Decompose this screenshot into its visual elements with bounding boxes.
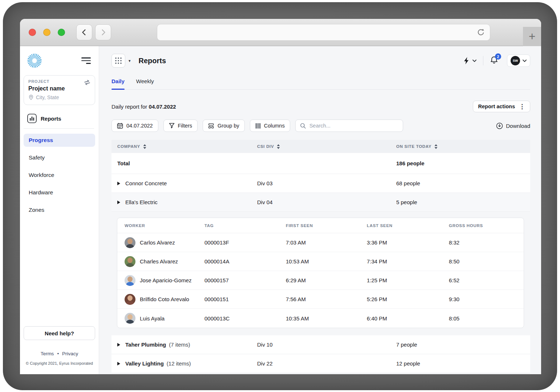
app-switcher-button[interactable]: [111, 54, 125, 68]
last-seen: 5:26 PM: [367, 296, 449, 302]
project-selector-card[interactable]: PROJECT Project name City, State: [24, 75, 95, 105]
notification-badge: 2: [495, 53, 501, 60]
columns-icon: [255, 123, 261, 129]
gross-hours: 8:32: [449, 239, 516, 246]
column-header-company[interactable]: COMPANY: [111, 144, 257, 149]
notifications-button[interactable]: 2: [490, 56, 498, 66]
table-row[interactable]: Connor Concrete Div 03 68 people: [111, 174, 530, 193]
expand-caret-icon[interactable]: [117, 362, 120, 365]
column-header-on-site-today[interactable]: ON SITE TODAY: [396, 144, 530, 149]
expand-caret-icon[interactable]: [117, 182, 120, 185]
csi-div: Div 22: [257, 360, 396, 367]
worker-name: Luis Ayala: [140, 315, 165, 322]
report-tabs: Daily Weekly: [111, 78, 530, 90]
terms-link[interactable]: Terms: [41, 351, 54, 356]
address-bar[interactable]: [157, 24, 490, 41]
chevron-right-icon: [99, 28, 107, 36]
worker-sub-table: WORKER TAG FIRST SEEN LAST SEEN GROSS HO…: [117, 218, 524, 328]
switch-project-icon[interactable]: [83, 79, 91, 87]
worker-row[interactable]: Charles Alvarez 0000014A 10:53 AM 7:34 P…: [117, 252, 524, 271]
new-tab-button[interactable]: +: [523, 27, 541, 46]
browser-window: + PROJECT: [20, 19, 541, 374]
sort-icon: [277, 144, 280, 149]
on-site-count: 12 people: [396, 360, 530, 367]
on-site-count: 5 people: [396, 199, 530, 205]
worker-row[interactable]: Carlos Alvarez 0000013F 7:03 AM 3:36 PM …: [117, 233, 524, 252]
report-actions-label: Report actions: [478, 104, 515, 109]
avatar: SW: [511, 56, 520, 65]
download-label: Download: [506, 123, 530, 129]
company-name: Ella's Electric: [125, 199, 158, 205]
company-name: Taher Plumbing: [125, 342, 166, 348]
expand-caret-icon[interactable]: [117, 201, 120, 204]
copyright-text: © Copyright 2021, Eyrus Incorporated: [24, 361, 95, 365]
project-label: PROJECT: [28, 79, 90, 84]
maximize-window-button[interactable]: [58, 29, 65, 36]
minimize-window-button[interactable]: [43, 29, 50, 36]
group-by-button[interactable]: Group by: [203, 120, 245, 132]
sidebar-section-title: Reports: [41, 116, 61, 122]
divider: [483, 56, 483, 65]
column-header-csi-div[interactable]: CSI DIV: [257, 144, 396, 149]
filters-button[interactable]: Filters: [163, 120, 198, 132]
worker-tag: 0000013F: [204, 239, 286, 246]
first-seen: 10:35 AM: [286, 315, 367, 322]
worker-row[interactable]: Luis Ayala 0000013C 10:35 AM 6:40 PM 8:0…: [117, 309, 524, 328]
csi-div: Div 03: [257, 180, 396, 186]
download-icon: [496, 122, 503, 129]
table-row-total: Total 186 people: [111, 153, 530, 174]
table-header: COMPANY CSI DIV ON SITE TODAY: [111, 140, 530, 153]
chevron-left-icon: [80, 28, 88, 36]
sidebar-item-progress[interactable]: Progress: [24, 134, 95, 147]
bullet-separator: •: [57, 351, 59, 356]
csi-div: Div 04: [257, 199, 396, 205]
privacy-link[interactable]: Privacy: [62, 351, 78, 356]
refresh-button[interactable]: [475, 27, 486, 38]
collapse-menu-icon[interactable]: [81, 57, 91, 64]
first-seen: 10:53 AM: [286, 258, 367, 264]
company-name: Connor Concrete: [125, 180, 167, 186]
sidebar-item-label: Safety: [29, 154, 45, 161]
sidebar-item-zones[interactable]: Zones: [24, 203, 95, 217]
worker-avatar: [125, 313, 135, 324]
expand-caret-icon[interactable]: [117, 343, 120, 347]
caret-down-icon[interactable]: ▾: [129, 58, 131, 63]
download-button[interactable]: Download: [496, 122, 530, 129]
browser-forward-button[interactable]: [95, 24, 111, 40]
first-seen: 7:56 AM: [286, 296, 367, 302]
date-picker-button[interactable]: 04.07.2022: [111, 120, 158, 132]
filters-label: Filters: [178, 123, 192, 129]
company-name: Valley Lighting: [125, 360, 164, 367]
tab-daily[interactable]: Daily: [111, 78, 125, 89]
sidebar-item-hardware[interactable]: Hardware: [24, 186, 95, 199]
url-input[interactable]: [163, 24, 475, 40]
sidebar-item-safety[interactable]: Safety: [24, 151, 95, 164]
table-row-expanded[interactable]: Ella's Electric Div 04 5 people: [111, 193, 530, 212]
table-row[interactable]: Taher Plumbing (7 items) Div 10 7 people: [111, 335, 530, 354]
project-name: Project name: [28, 85, 90, 92]
sidebar-nav: Progress Safety Workforce Hardware Zones: [20, 129, 99, 221]
sidebar-item-label: Zones: [29, 207, 44, 213]
chevron-down-icon: [523, 60, 527, 62]
column-header-gross-hours: GROSS HOURS: [449, 223, 516, 228]
quick-actions-button[interactable]: [463, 57, 476, 65]
plus-icon: +: [529, 30, 536, 43]
columns-button[interactable]: Columns: [250, 120, 290, 132]
csi-div: Div 10: [257, 342, 396, 348]
worker-row[interactable]: Brilfido Coto Arevalo 00000151 7:56 AM 5…: [117, 290, 524, 309]
worker-row[interactable]: Jose Aparicio-Gomez 00000157 6:29 AM 1:2…: [117, 271, 524, 290]
close-window-button[interactable]: [29, 29, 36, 36]
table-row[interactable]: Valley Lighting (12 items) Div 22 12 peo…: [111, 354, 530, 373]
user-menu-button[interactable]: SW: [507, 54, 530, 67]
sidebar-item-workforce[interactable]: Workforce: [24, 169, 95, 182]
need-help-button[interactable]: Need help?: [24, 326, 95, 340]
worker-name: Jose Aparicio-Gomez: [140, 277, 192, 283]
column-header-last-seen: LAST SEEN: [367, 223, 449, 228]
on-site-count: 7 people: [396, 342, 530, 348]
report-actions-button[interactable]: Report actions ⋮: [473, 101, 530, 112]
tab-weekly[interactable]: Weekly: [136, 78, 154, 89]
worker-tag: 0000014A: [204, 258, 286, 264]
browser-back-button[interactable]: [76, 24, 92, 40]
search-input[interactable]: [309, 123, 398, 129]
search-box[interactable]: [295, 120, 403, 132]
